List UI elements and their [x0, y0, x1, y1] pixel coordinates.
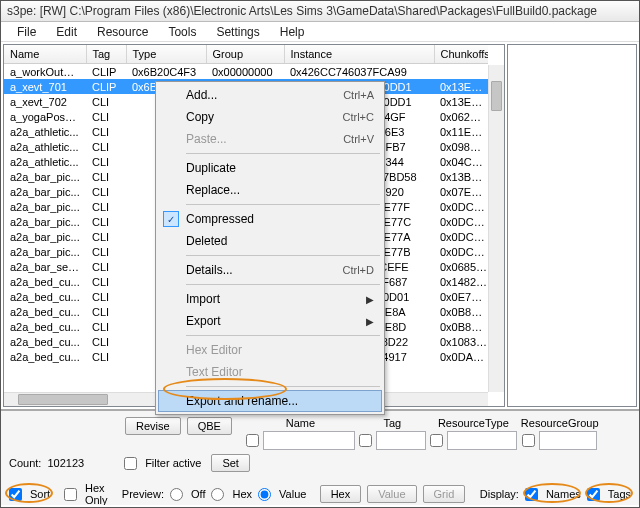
filter-tag-input[interactable] — [376, 431, 426, 450]
qbe-button[interactable]: QBE — [187, 417, 232, 435]
menu-item-duplicate[interactable]: Duplicate — [158, 157, 382, 179]
filter-rgroup-label: ResourceGroup — [521, 417, 599, 429]
names-label: Names — [546, 488, 581, 500]
menu-settings[interactable]: Settings — [206, 23, 269, 41]
filter-name-input[interactable] — [263, 431, 355, 450]
menu-item-details[interactable]: Details...Ctrl+D — [158, 259, 382, 281]
chevron-right-icon: ▶ — [366, 294, 374, 305]
filter-name-label: Name — [286, 417, 315, 429]
sort-check[interactable] — [9, 488, 22, 501]
col-tag[interactable]: Tag — [86, 45, 126, 64]
menu-item-export[interactable]: Export▶ — [158, 310, 382, 332]
col-group[interactable]: Group — [206, 45, 284, 64]
value-button[interactable]: Value — [367, 485, 416, 503]
menu-tools[interactable]: Tools — [158, 23, 206, 41]
menu-separator — [186, 255, 380, 256]
window-title-bar: s3pe: [RW] C:\Program Files (x86)\Electr… — [1, 1, 639, 22]
filter-rgroup-check[interactable] — [522, 431, 535, 450]
filter-active-label: Filter active — [145, 457, 201, 469]
check-icon: ✓ — [163, 211, 179, 227]
filter-rtype-input[interactable] — [447, 431, 517, 450]
filter-rtype-label: ResourceType — [438, 417, 509, 429]
menu-item-compressed[interactable]: ✓Compressed — [158, 208, 382, 230]
menu-bar: File Edit Resource Tools Settings Help — [1, 22, 639, 42]
preview-pane — [507, 44, 637, 407]
menu-separator — [186, 386, 380, 387]
bottom-panel: Revise QBE Name Tag ResourceType Resourc… — [1, 409, 639, 505]
hex-only-check[interactable] — [64, 488, 77, 501]
menu-item-export-rename[interactable]: Export and rename... — [158, 390, 382, 412]
scroll-thumb-h[interactable] — [18, 394, 108, 405]
menu-item-import[interactable]: Import▶ — [158, 288, 382, 310]
context-menu: Add...Ctrl+A CopyCtrl+C Paste...Ctrl+V D… — [155, 81, 385, 415]
vertical-scrollbar[interactable] — [488, 65, 504, 392]
menu-help[interactable]: Help — [270, 23, 315, 41]
menu-file[interactable]: File — [7, 23, 46, 41]
sort-label: Sort — [30, 488, 50, 500]
scroll-thumb[interactable] — [491, 81, 502, 111]
menu-item-hex-editor[interactable]: Hex Editor — [158, 339, 382, 361]
tags-check[interactable] — [587, 488, 600, 501]
preview-off-radio[interactable] — [170, 488, 183, 501]
filter-rgroup-input[interactable] — [539, 431, 597, 450]
menu-item-paste[interactable]: Paste...Ctrl+V — [158, 128, 382, 150]
window-title: s3pe: [RW] C:\Program Files (x86)\Electr… — [7, 4, 597, 18]
filter-tag-label: Tag — [383, 417, 401, 429]
tags-label: Tags — [608, 488, 631, 500]
count-label: Count: — [9, 457, 41, 469]
col-name[interactable]: Name — [4, 45, 86, 64]
menu-item-add[interactable]: Add...Ctrl+A — [158, 84, 382, 106]
menu-separator — [186, 335, 380, 336]
count-value: 102123 — [47, 457, 84, 469]
names-check[interactable] — [525, 488, 538, 501]
menu-item-replace[interactable]: Replace... — [158, 179, 382, 201]
col-instance[interactable]: Instance — [284, 45, 434, 64]
filter-tag-check[interactable] — [359, 431, 372, 450]
set-button[interactable]: Set — [211, 454, 250, 472]
preview-value-radio[interactable] — [258, 488, 271, 501]
chevron-right-icon: ▶ — [366, 316, 374, 327]
table-row[interactable]: a_workOut_s...CLIP0x6B20C4F30x000000000x… — [4, 64, 488, 80]
menu-resource[interactable]: Resource — [87, 23, 158, 41]
menu-separator — [186, 153, 380, 154]
menu-item-copy[interactable]: CopyCtrl+C — [158, 106, 382, 128]
col-chunk[interactable]: Chunkoffset — [434, 45, 488, 64]
menu-separator — [186, 204, 380, 205]
filter-rtype-check[interactable] — [430, 431, 443, 450]
col-type[interactable]: Type — [126, 45, 206, 64]
preview-hex-radio[interactable] — [211, 488, 224, 501]
filter-active-check[interactable] — [124, 457, 137, 470]
menu-edit[interactable]: Edit — [46, 23, 87, 41]
preview-label: Preview: — [122, 488, 164, 500]
hex-button[interactable]: Hex — [320, 485, 362, 503]
grid-button[interactable]: Grid — [423, 485, 466, 503]
menu-item-text-editor[interactable]: Text Editor — [158, 361, 382, 383]
display-label: Display: — [480, 488, 519, 500]
menu-separator — [186, 284, 380, 285]
revise-button[interactable]: Revise — [125, 417, 181, 435]
filter-name-check[interactable] — [246, 431, 259, 450]
hex-only-label: Hex Only — [85, 482, 108, 505]
menu-item-deleted[interactable]: Deleted — [158, 230, 382, 252]
